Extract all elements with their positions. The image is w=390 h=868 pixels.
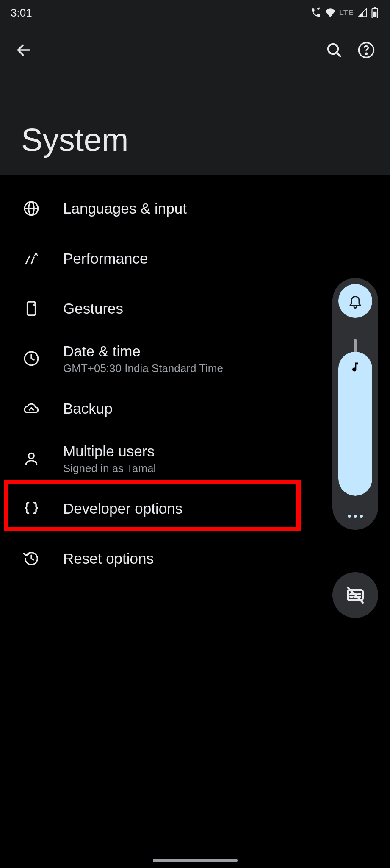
music-note-icon [349,361,361,375]
volume-panel [332,278,378,530]
item-title: Date & time [63,342,223,361]
performance-icon [23,250,39,267]
item-reset-options[interactable]: Reset options [0,534,390,584]
volume-more-button[interactable] [348,515,363,518]
page-title: System [0,62,390,162]
item-subtitle: Signed in as Tamal [63,462,156,475]
network-type-label: LTE [339,8,354,17]
item-backup[interactable]: Backup [0,384,390,434]
wifi-icon [325,8,336,17]
item-title: Multiple users [63,442,156,461]
braces-icon [23,501,39,517]
caption-off-icon [345,585,365,605]
item-performance[interactable]: Performance [0,234,390,284]
svg-rect-2 [373,12,377,17]
item-developer-options[interactable]: Developer options [0,484,390,534]
svg-line-5 [337,53,340,56]
item-languages-input[interactable]: Languages & input [0,184,390,234]
status-time: 3:01 [11,6,32,19]
settings-list: Languages & input Performance Gestures D… [0,175,390,584]
bell-icon [348,293,363,309]
battery-icon [371,7,378,18]
navigation-handle[interactable] [153,859,238,862]
item-gestures[interactable]: Gestures [0,284,390,334]
clock-icon [23,351,39,367]
volume-slider[interactable] [338,339,372,496]
item-multiple-users[interactable]: Multiple users Signed in as Tamal [0,434,390,484]
svg-point-15 [29,453,34,459]
gestures-icon [23,300,39,317]
ringer-mode-button[interactable] [338,284,372,318]
help-icon [357,41,375,59]
item-title: Backup [63,399,113,418]
cloud-upload-icon [23,401,39,417]
header: System [0,25,390,175]
svg-point-7 [366,53,367,54]
cellular-signal-icon [357,8,368,17]
item-date-time[interactable]: Date & time GMT+05:30 India Standard Tim… [0,334,390,384]
wifi-calling-icon [310,7,321,18]
svg-rect-1 [374,7,376,8]
item-title: Languages & input [63,199,187,218]
svg-point-13 [34,304,35,305]
status-icons: LTE [310,7,378,18]
search-button[interactable] [322,38,346,62]
search-icon [326,42,343,58]
item-title: Developer options [63,499,183,518]
item-title: Reset options [63,549,154,568]
globe-icon [23,200,39,217]
item-title: Performance [63,249,148,268]
user-icon [23,451,39,467]
status-bar: 3:01 LTE [0,0,390,25]
item-title: Gestures [63,299,123,318]
help-button[interactable] [354,38,378,62]
app-bar [0,25,390,62]
history-icon [23,551,39,567]
back-button[interactable] [12,38,36,62]
live-caption-toggle[interactable] [332,572,378,618]
arrow-back-icon [15,42,32,58]
item-subtitle: GMT+05:30 India Standard Time [63,362,223,375]
